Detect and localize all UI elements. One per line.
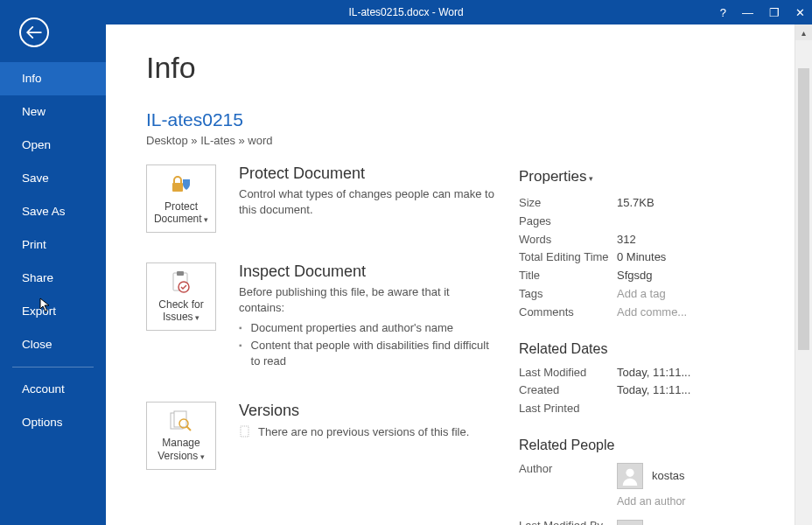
property-value: Today, 11:11... [617,382,690,400]
scroll-up-button[interactable]: ▴ [795,24,812,40]
avatar [617,520,643,525]
property-key: Comments [519,304,617,322]
versions-icon [169,409,193,433]
issue-text: Document properties and author's name [251,320,454,336]
sidebar-item-label: Save As [22,205,66,218]
properties-panel: Properties Size15.7KB Pages Words312 Tot… [519,168,756,525]
section-title: Inspect Document [239,262,496,281]
help-icon[interactable]: ? [720,7,726,18]
lock-shield-icon [170,172,192,197]
svg-rect-0 [172,183,183,192]
sidebar-item-share[interactable]: Share [0,262,106,295]
sidebar-item-label: Share [22,271,53,284]
document-icon [239,425,251,438]
sidebar-item-options[interactable]: Options [0,406,106,439]
title-bar: IL-ates0215.docx - Word ? — ❐ ✕ [0,0,812,24]
last-modified-person[interactable] [617,520,643,525]
scroll-thumb[interactable] [798,68,809,350]
sidebar-item-info[interactable]: Info [0,62,106,95]
sidebar-item-export[interactable]: Export [0,295,106,328]
backstage-sidebar: Info New Open Save Save As Print Share E… [0,0,106,525]
property-key: Total Editing Time [519,248,617,267]
add-author-link[interactable]: Add an author [617,493,686,510]
sidebar-item-print[interactable]: Print [0,228,106,262]
sidebar-item-label: New [22,105,46,118]
issue-item: Content that people with disabilities fi… [239,338,496,369]
sidebar-item-open[interactable]: Open [0,129,106,162]
manage-versions-button[interactable]: Manage Versions [146,402,216,470]
properties-header[interactable]: Properties [519,168,756,186]
section-title: Protect Document [239,164,496,183]
last-modified-by-cell [617,517,643,525]
avatar [617,463,643,489]
section-description: Before publishing this file, be aware th… [239,284,496,315]
svg-rect-2 [177,271,184,276]
checklist-icon [171,270,192,295]
versions-desc-text: There are no previous versions of this f… [258,425,469,438]
property-key: Size [519,194,617,213]
property-row: Words312 [519,231,756,249]
card-label: Manage Versions [147,437,215,462]
sidebar-item-label: Account [22,382,65,396]
property-row: Last Printed [519,400,756,418]
svg-rect-8 [241,426,248,437]
add-comment-link[interactable]: Add comme... [617,304,687,322]
inspect-section: Check for Issues Inspect Document Before… [146,262,496,372]
property-key: Tags [519,285,617,304]
restore-button[interactable]: ❐ [769,7,780,18]
versions-section: Manage Versions Versions There are no pr… [146,402,496,470]
related-people-header: Related People [519,438,756,453]
back-button[interactable] [19,18,49,47]
section-description: There are no previous versions of this f… [239,424,496,440]
sidebar-item-save-as[interactable]: Save As [0,195,106,228]
property-value[interactable]: Sfgsdg [617,267,652,285]
window-title: IL-ates0215.docx - Word [0,6,812,18]
property-row: CommentsAdd comme... [519,304,756,322]
sidebar-item-label: Save [22,172,49,185]
svg-line-7 [186,426,191,430]
property-value: Today, 11:11... [617,364,690,382]
author-person[interactable]: kostas [617,463,686,489]
sidebar-item-close[interactable]: Close [0,328,106,361]
sidebar-item-label: Open [22,138,51,151]
property-row: Total Editing Time0 Minutes [519,248,756,267]
property-row: Author kostas Add an author [519,460,756,510]
sidebar-item-label: Close [22,338,52,351]
info-page: Info IL-ates0215 Desktop » IL-ates » wor… [106,24,791,525]
protect-document-button[interactable]: Protect Document [146,164,216,233]
issue-item: Document properties and author's name [239,320,496,336]
property-row: Size15.7KB [519,194,756,213]
issue-list: Document properties and author's name Co… [239,320,496,370]
property-key: Last Modified [519,364,617,382]
person-icon [620,466,640,486]
property-key: Pages [519,213,617,231]
property-key: Author [519,460,617,510]
property-key: Title [519,267,617,285]
svg-point-9 [626,469,634,477]
sidebar-item-save[interactable]: Save [0,162,106,195]
property-key: Words [519,231,617,249]
sidebar-item-label: Info [22,72,42,85]
sidebar-item-label: Print [22,238,46,251]
property-key: Last Modified By [519,517,617,525]
sidebar-separator [12,367,94,368]
card-label: Protect Document [147,200,215,226]
minimize-button[interactable]: — [742,7,753,18]
check-for-issues-button[interactable]: Check for Issues [146,262,216,331]
add-tag-link[interactable]: Add a tag [617,285,666,304]
property-row: Last Modified By [519,517,756,525]
issue-text: Content that people with disabilities fi… [251,338,496,369]
property-key: Last Printed [519,400,617,418]
property-value: 312 [617,231,636,249]
sidebar-item-account[interactable]: Account [0,373,106,406]
sidebar-item-label: Export [22,304,56,318]
back-arrow-icon [26,26,42,38]
author-name: kostas [652,467,685,486]
document-name: IL-ates0215 [146,109,756,130]
vertical-scrollbar[interactable]: ▴ [794,24,812,525]
property-row: Last ModifiedToday, 11:11... [519,364,756,382]
close-window-button[interactable]: ✕ [795,7,805,18]
sidebar-item-new[interactable]: New [0,95,106,129]
related-dates-header: Related Dates [519,341,756,357]
properties-header-label: Properties [519,168,586,185]
